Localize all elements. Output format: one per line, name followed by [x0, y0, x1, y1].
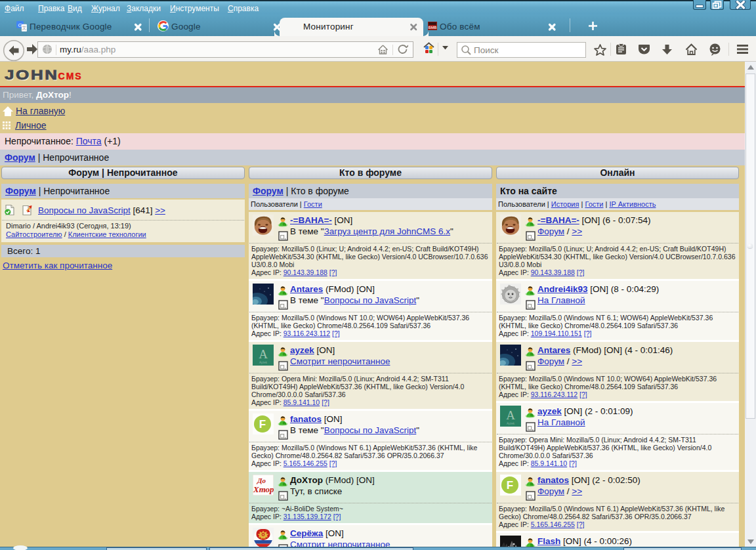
svg-text:文: 文 [22, 25, 27, 30]
svg-text:БМВ: БМВ [429, 26, 437, 30]
